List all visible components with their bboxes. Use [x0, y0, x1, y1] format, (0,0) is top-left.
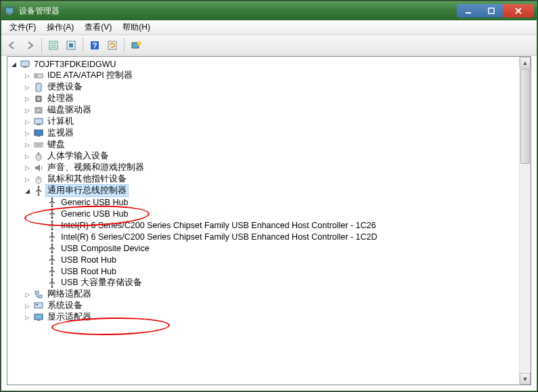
- svg-point-39: [51, 209, 53, 211]
- tree-item-usb5[interactable]: USB Root Hub: [7, 254, 531, 265]
- tree-root[interactable]: ◢7OJFT3FDKEIDGWU: [7, 58, 531, 70]
- tree-item-usb4[interactable]: USB Composite Device: [7, 242, 531, 254]
- menu-action[interactable]: 操作(A): [41, 20, 79, 35]
- tree-item-label: 监视器: [46, 127, 75, 139]
- tree-item-label: 计算机: [46, 116, 75, 127]
- svg-rect-28: [35, 143, 43, 147]
- close-button[interactable]: [503, 4, 534, 18]
- tree-item-label: USB Composite Device: [60, 244, 151, 253]
- tree-item-usb0[interactable]: Generic USB Hub: [7, 196, 531, 208]
- tree-item-disk[interactable]: ▷磁盘驱动器: [7, 104, 531, 116]
- tree-item-label: IDE ATA/ATAPI 控制器: [46, 70, 134, 81]
- usbdev-icon: [47, 266, 58, 277]
- svg-point-18: [36, 74, 38, 77]
- expander-icon[interactable]: ▷: [24, 141, 31, 148]
- expander-icon[interactable]: ◢: [10, 60, 18, 68]
- menu-help[interactable]: 帮助(H): [117, 20, 156, 35]
- expander-icon[interactable]: ▷: [24, 152, 31, 160]
- svg-point-45: [51, 243, 53, 245]
- toolbar-separator: [124, 38, 125, 53]
- minimize-button[interactable]: [457, 4, 480, 18]
- console-button[interactable]: [128, 37, 144, 53]
- tree-item-display[interactable]: ▷显示适配器: [7, 311, 531, 323]
- back-button[interactable]: [4, 37, 20, 53]
- expander-icon[interactable]: ◢: [24, 187, 31, 194]
- tree-item-network[interactable]: ▷网络适配器: [7, 288, 531, 300]
- tree-item-usb3[interactable]: Intel(R) 6 Series/C200 Series Chipset Fa…: [7, 231, 531, 242]
- expander-spacer: [37, 233, 45, 240]
- expander-icon[interactable]: ▷: [24, 118, 31, 125]
- refresh-button[interactable]: [104, 37, 120, 53]
- forward-button[interactable]: [22, 37, 38, 53]
- tree-item-usb6[interactable]: USB Root Hub: [7, 265, 531, 277]
- tree-item-label: USB Root Hub: [60, 255, 118, 265]
- svg-point-51: [51, 278, 53, 280]
- tree-item-label: 鼠标和其他指针设备: [46, 173, 128, 185]
- tree-item-sound[interactable]: ▷声音、视频和游戏控制器: [7, 162, 531, 173]
- expander-icon[interactable]: ▷: [24, 164, 31, 171]
- expander-icon[interactable]: ▷: [24, 72, 31, 79]
- svg-rect-50: [51, 275, 53, 276]
- tree-item-mouse[interactable]: ▷鼠标和其他指针设备: [7, 173, 531, 185]
- expander-spacer: [37, 221, 45, 229]
- svg-rect-0: [5, 7, 14, 14]
- properties-button[interactable]: [45, 37, 62, 53]
- expander-icon[interactable]: ▷: [24, 313, 31, 321]
- tree-item-keyboard[interactable]: ▷键盘: [7, 139, 531, 150]
- expander-icon[interactable]: ▷: [24, 175, 31, 183]
- menu-view[interactable]: 查看(V): [79, 20, 117, 35]
- window-title: 设备管理器: [19, 5, 457, 17]
- tree-item-label: USB Root Hub: [60, 267, 118, 276]
- usbdev-icon: [47, 278, 58, 288]
- svg-rect-15: [21, 61, 29, 66]
- expander-spacer: [37, 244, 45, 252]
- expander-icon[interactable]: ▷: [24, 290, 31, 298]
- svg-point-41: [51, 220, 53, 222]
- tree-item-system[interactable]: ▷系统设备: [7, 300, 531, 311]
- help-button[interactable]: ?: [87, 37, 103, 53]
- menu-file[interactable]: 文件(F): [4, 20, 41, 35]
- expander-icon[interactable]: ▷: [24, 95, 31, 102]
- tree-item-computer[interactable]: ▷计算机: [7, 116, 531, 127]
- tree-item-label: 便携设备: [46, 81, 84, 93]
- svg-rect-2: [466, 12, 471, 14]
- tree-item-monitor[interactable]: ▷监视器: [7, 127, 531, 139]
- tree-item-usb7[interactable]: USB 大容量存储设备: [7, 277, 531, 288]
- svg-point-23: [37, 108, 41, 112]
- scroll-down-button[interactable]: ▼: [520, 373, 531, 385]
- expander-icon[interactable]: ▷: [24, 106, 31, 114]
- tree-item-usb2[interactable]: Intel(R) 6 Series/C200 Series Chipset Fa…: [7, 219, 531, 231]
- svg-point-14: [137, 41, 141, 45]
- expander-icon[interactable]: ▷: [24, 83, 31, 91]
- svg-point-35: [38, 186, 40, 188]
- computer-icon: [33, 116, 44, 127]
- tree-item-ide[interactable]: ▷IDE ATA/ATAPI 控制器: [7, 70, 531, 81]
- maximize-button[interactable]: [480, 4, 503, 18]
- tree-item-label: 声音、视频和游戏控制器: [46, 162, 145, 173]
- device-tree[interactable]: ◢7OJFT3FDKEIDGWU▷IDE ATA/ATAPI 控制器▷便携设备▷…: [7, 57, 531, 385]
- scroll-up-button[interactable]: ▲: [520, 57, 531, 68]
- mouse-icon: [33, 174, 44, 185]
- scrollbar-vertical[interactable]: ▲ ▼: [519, 57, 531, 385]
- tree-item-portable[interactable]: ▷便携设备: [7, 81, 531, 93]
- expander-icon[interactable]: ▷: [24, 129, 31, 137]
- expander-spacer: [37, 198, 45, 206]
- scan-button[interactable]: [63, 37, 79, 53]
- usbdev-icon: [47, 197, 58, 208]
- expander-spacer: [37, 279, 45, 286]
- tree-container: ◢7OJFT3FDKEIDGWU▷IDE ATA/ATAPI 控制器▷便携设备▷…: [7, 56, 531, 385]
- tree-item-label: Intel(R) 6 Series/C200 Series Chipset Fa…: [60, 221, 377, 230]
- svg-rect-58: [37, 320, 40, 321]
- scroll-thumb[interactable]: [520, 69, 530, 164]
- tree-item-label: 键盘: [46, 139, 66, 150]
- svg-rect-21: [37, 97, 40, 100]
- tree-item-usb1[interactable]: Generic USB Hub: [7, 208, 531, 219]
- tree-item-processor[interactable]: ▷处理器: [7, 93, 531, 104]
- titlebar[interactable]: 设备管理器: [1, 1, 537, 20]
- tree-item-usb[interactable]: ◢通用串行总线控制器: [7, 185, 531, 196]
- tree-item-hid[interactable]: ▷人体学输入设备: [7, 150, 531, 162]
- portable-icon: [33, 82, 44, 93]
- expander-spacer: [37, 267, 45, 275]
- svg-rect-56: [36, 304, 38, 305]
- expander-icon[interactable]: ▷: [24, 302, 31, 309]
